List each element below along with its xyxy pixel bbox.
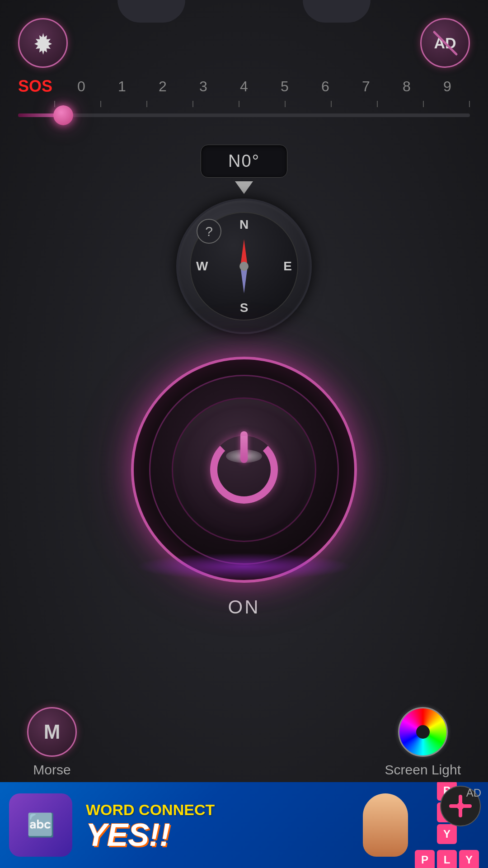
compass-outer-ring: N S E W: [176, 198, 312, 334]
slider-section: SOS 0 1 2 3 4 5 6 7 8 9: [0, 72, 488, 131]
morse-text-label: Morse: [33, 762, 70, 778]
tick-5: 5: [264, 78, 305, 95]
slider-labels: SOS 0 1 2 3 4 5 6 7 8 9: [14, 77, 474, 96]
power-button[interactable]: [172, 397, 316, 542]
ad-content: WORD CONNECT YES!!: [81, 801, 356, 849]
brightness-slider[interactable]: [14, 108, 474, 122]
compass-center-dot: [239, 262, 249, 271]
svg-rect-5: [449, 804, 459, 808]
power-status-label: ON: [228, 596, 260, 618]
morse-button[interactable]: M Morse: [27, 707, 77, 778]
tick-1: 1: [102, 78, 142, 95]
power-ring: [210, 436, 278, 504]
compass-pointer-arrow: [235, 181, 253, 194]
morse-icon-label: M: [44, 721, 61, 743]
ad-block-button[interactable]: AD: [420, 18, 470, 68]
compass-west-label: W: [196, 259, 208, 274]
slider-track: [18, 113, 470, 117]
power-bottom-glow: [136, 553, 352, 580]
tick-0: 0: [61, 78, 102, 95]
power-icon: [203, 429, 285, 510]
tick-marks-row: [14, 99, 474, 108]
bottom-bar: M Morse Screen Light: [0, 707, 488, 778]
ad-game-icon: 🔤: [9, 793, 72, 857]
compass-dial[interactable]: N S E W: [176, 198, 312, 334]
tick-6: 6: [305, 78, 346, 95]
svg-line-1: [434, 32, 456, 54]
screen-light-text-label: Screen Light: [385, 762, 461, 778]
compass-heading-display: N0°: [201, 145, 287, 178]
tick-8: 8: [386, 78, 427, 95]
ad-ply-row: P L Y: [415, 850, 479, 868]
ad-cta-text: YES!!: [86, 821, 352, 849]
tick-2: 2: [142, 78, 183, 95]
top-bar: AD: [0, 0, 488, 72]
color-wheel-icon: [398, 707, 448, 757]
svg-rect-6: [462, 804, 472, 808]
tick-3: 3: [183, 78, 224, 95]
morse-circle: M: [27, 707, 77, 757]
sos-label: SOS: [18, 77, 59, 96]
compass-section: N0° N S E W ?: [0, 145, 488, 334]
slider-thumb[interactable]: [53, 105, 73, 125]
svg-rect-3: [459, 795, 462, 805]
ad-game-title: WORD CONNECT: [86, 801, 352, 819]
ad-person-image: [356, 789, 415, 861]
compass-east-label: E: [283, 259, 292, 274]
power-section: ON: [0, 357, 488, 618]
tick-9: 9: [427, 78, 468, 95]
settings-button[interactable]: [18, 18, 68, 68]
tick-7: 7: [346, 78, 386, 95]
power-inner-ring: [149, 375, 339, 565]
gear-icon: [31, 31, 56, 56]
screen-light-button[interactable]: Screen Light: [385, 707, 461, 778]
ad-banner[interactable]: 🔤 WORD CONNECT YES!! P A Y P L Y: [0, 782, 488, 868]
no-ad-slash-icon: [431, 28, 460, 58]
compass-help-button[interactable]: ?: [197, 219, 221, 244]
svg-rect-4: [459, 807, 462, 817]
ad-label-badge: AD: [466, 787, 481, 799]
compass-south-label: S: [240, 301, 249, 315]
tick-4: 4: [224, 78, 264, 95]
slider-ticks: 0 1 2 3 4 5 6 7 8 9: [59, 78, 470, 95]
power-outer-ring: [131, 357, 357, 583]
compass-north-label: N: [239, 217, 249, 232]
